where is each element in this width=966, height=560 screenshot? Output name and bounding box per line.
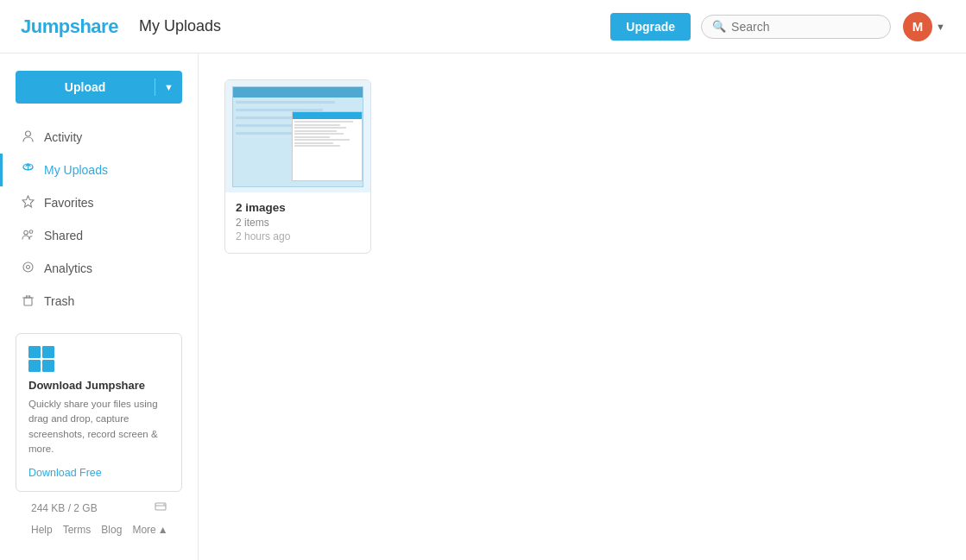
upload-button-wrap: Upload ▼ [0, 71, 198, 121]
svg-point-3 [23, 230, 28, 235]
thumb-screenshot-bg [232, 86, 363, 187]
sidebar-bottom: Download Jumpshare Quickly share your fi… [0, 318, 198, 555]
windows-sq-bl [28, 360, 41, 372]
sidebar-item-activity[interactable]: Activity [0, 121, 198, 154]
svg-rect-7 [24, 298, 32, 305]
favorites-icon [20, 195, 35, 211]
folder-info: 2 images 2 items 2 hours ago [225, 192, 370, 253]
sidebar-item-my-uploads[interactable]: My Uploads [0, 154, 198, 186]
activity-icon [20, 129, 35, 145]
footer-blog[interactable]: Blog [101, 524, 122, 536]
svg-point-14 [163, 504, 164, 505]
sidebar-item-activity-label: Activity [44, 130, 82, 144]
thumb-overlay-bar [293, 112, 362, 119]
avatar-caret-icon[interactable]: ▼ [936, 22, 945, 32]
logo[interactable]: Jumpshare [21, 16, 118, 38]
storage-bar-row: 244 KB / 2 GB [16, 492, 182, 517]
search-wrapper: 🔍 [701, 15, 891, 39]
folder-time: 2 hours ago [236, 230, 360, 242]
avatar[interactable]: M [903, 12, 932, 41]
folder-count: 2 items [236, 217, 360, 229]
main-content: 2 images 2 items 2 hours ago [199, 53, 966, 560]
svg-point-4 [29, 230, 33, 234]
sidebar-item-trash-label: Trash [44, 294, 74, 308]
thumb-overlay-content [293, 119, 362, 150]
sidebar-item-trash[interactable]: Trash [0, 285, 198, 318]
upload-button-label: Upload [16, 80, 155, 94]
folder-name: 2 images [236, 201, 360, 214]
footer-links: Help Terms Blog More ▲ [16, 517, 182, 539]
search-input[interactable] [731, 20, 880, 34]
sidebar-item-shared[interactable]: Shared [0, 219, 198, 252]
footer-terms[interactable]: Terms [63, 524, 92, 536]
storage-text: 244 KB / 2 GB [31, 502, 98, 514]
my-uploads-icon [20, 162, 35, 178]
windows-sq-br [42, 360, 54, 372]
upload-dropdown-icon[interactable]: ▼ [155, 82, 182, 92]
sidebar-item-shared-label: Shared [44, 229, 83, 242]
footer-help[interactable]: Help [31, 524, 53, 536]
download-card-desc: Quickly share your files using drag and … [28, 397, 169, 456]
sidebar-item-favorites-label: Favorites [44, 196, 94, 210]
shared-icon [20, 228, 35, 243]
thumb-overlay [292, 111, 363, 181]
download-card-title: Download Jumpshare [28, 379, 169, 392]
windows-icon [28, 346, 54, 372]
folder-thumbnail [225, 80, 370, 192]
upgrade-button[interactable]: Upgrade [610, 13, 691, 41]
windows-sq-tr [42, 346, 54, 358]
svg-point-0 [25, 131, 30, 136]
svg-point-6 [26, 266, 29, 269]
download-card: Download Jumpshare Quickly share your fi… [16, 333, 182, 492]
header: Jumpshare My Uploads Upgrade 🔍 M ▼ [0, 0, 966, 53]
footer-more-icon: ▲ [158, 524, 168, 536]
trash-icon [20, 293, 35, 309]
analytics-icon [20, 261, 35, 276]
upload-button[interactable]: Upload ▼ [16, 71, 182, 104]
layout: Upload ▼ Activity [0, 53, 966, 560]
folder-card[interactable]: 2 images 2 items 2 hours ago [224, 79, 371, 254]
svg-marker-2 [22, 196, 34, 207]
sidebar: Upload ▼ Activity [0, 53, 199, 560]
sidebar-item-my-uploads-label: My Uploads [44, 163, 108, 177]
footer-more[interactable]: More ▲ [132, 524, 167, 536]
windows-sq-tl [28, 346, 41, 358]
thumb-bar [233, 87, 362, 98]
svg-point-5 [23, 262, 33, 272]
storage-icon [155, 500, 167, 515]
sidebar-item-analytics[interactable]: Analytics [0, 252, 198, 285]
sidebar-item-analytics-label: Analytics [44, 261, 92, 275]
sidebar-nav: Activity My Uploads Favo [0, 121, 198, 318]
files-grid: 2 images 2 items 2 hours ago [224, 79, 940, 254]
page-title: My Uploads [139, 17, 610, 35]
sidebar-item-favorites[interactable]: Favorites [0, 186, 198, 219]
search-icon: 🔍 [712, 20, 726, 33]
download-free-link[interactable]: Download Free [28, 467, 102, 479]
